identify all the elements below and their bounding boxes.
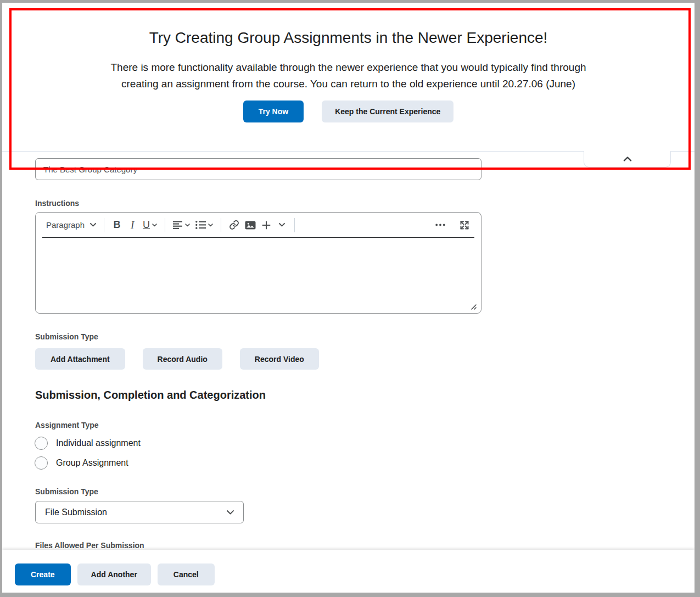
chevron-down-icon xyxy=(227,510,234,515)
underline-icon: U xyxy=(143,219,150,231)
ellipsis-icon xyxy=(435,224,445,226)
new-experience-banner: Try Creating Group Assignments in the Ne… xyxy=(2,3,695,152)
group-assignment-page: Try Creating Group Assignments in the Ne… xyxy=(2,3,695,593)
radio-label: Individual assignment xyxy=(56,438,141,448)
image-icon xyxy=(245,221,256,230)
toolbar-divider xyxy=(104,218,104,232)
chevron-down-icon xyxy=(90,223,96,227)
record-video-button[interactable]: Record Video xyxy=(240,348,319,370)
editor-toolbar: Paragraph B I U xyxy=(42,213,474,238)
try-now-button[interactable]: Try Now xyxy=(243,101,304,122)
fullscreen-icon xyxy=(460,220,469,230)
resize-handle-icon[interactable] xyxy=(469,303,477,310)
chevron-down-icon xyxy=(279,223,285,227)
bold-icon: B xyxy=(114,219,121,231)
assignment-type-label: Assignment Type xyxy=(35,421,99,429)
attachment-buttons-row: Add Attachment Record Audio Record Video xyxy=(35,348,319,370)
group-category-name-input[interactable] xyxy=(35,158,481,180)
italic-button[interactable]: I xyxy=(125,216,140,235)
files-allowed-label: Files Allowed Per Submission xyxy=(35,541,144,550)
select-value: File Submission xyxy=(45,507,107,517)
instructions-label: Instructions xyxy=(35,199,79,208)
footer-buttons: Create Add Another Cancel xyxy=(15,563,215,585)
form-footer: Create Add Another Cancel xyxy=(2,550,695,593)
submission-type-select[interactable]: File Submission xyxy=(35,501,244,523)
insert-image-button[interactable] xyxy=(242,216,259,235)
banner-body-text: There is more functionality available th… xyxy=(96,59,601,92)
add-attachment-button[interactable]: Add Attachment xyxy=(35,348,125,370)
instructions-editor: Paragraph B I U xyxy=(35,212,481,314)
plus-icon xyxy=(262,221,271,230)
keep-current-experience-button[interactable]: Keep the Current Experience xyxy=(322,101,453,122)
insert-plus-button[interactable] xyxy=(259,216,274,235)
banner-title: Try Creating Group Assignments in the Ne… xyxy=(2,29,695,47)
banner-actions: Try Now Keep the Current Experience xyxy=(2,101,695,122)
link-icon xyxy=(229,220,239,230)
toolbar-overflow-button[interactable] xyxy=(433,216,448,235)
record-audio-button[interactable]: Record Audio xyxy=(143,348,222,370)
add-another-button[interactable]: Add Another xyxy=(77,563,151,585)
banner-collapse-tab[interactable] xyxy=(584,151,671,168)
toolbar-divider xyxy=(294,218,295,232)
italic-icon: I xyxy=(131,219,134,231)
section-heading: Submission, Completion and Categorizatio… xyxy=(35,389,266,401)
chevron-down-icon xyxy=(152,224,157,227)
chevron-up-icon xyxy=(623,157,632,161)
chevron-down-icon xyxy=(208,224,213,227)
radio-button-icon[interactable] xyxy=(35,437,48,450)
paragraph-style-dropdown[interactable]: Paragraph xyxy=(43,216,99,235)
paragraph-style-label: Paragraph xyxy=(46,220,85,230)
bullet-list-icon xyxy=(195,221,206,229)
toolbar-divider xyxy=(165,218,165,232)
align-dropdown-button[interactable] xyxy=(170,216,193,235)
insert-more-dropdown-button[interactable] xyxy=(274,216,289,235)
radio-label: Group Assignment xyxy=(56,458,128,468)
list-dropdown-button[interactable] xyxy=(193,216,216,235)
cancel-button[interactable]: Cancel xyxy=(158,563,215,585)
create-button[interactable]: Create xyxy=(15,563,71,585)
editor-content-area[interactable] xyxy=(36,238,481,313)
radio-individual-assignment[interactable]: Individual assignment xyxy=(35,437,141,450)
fullscreen-button[interactable] xyxy=(457,216,472,235)
radio-group-assignment[interactable]: Group Assignment xyxy=(35,456,128,470)
radio-button-icon[interactable] xyxy=(35,456,48,470)
insert-link-button[interactable] xyxy=(226,216,242,235)
align-icon xyxy=(173,221,183,229)
toolbar-right-group xyxy=(433,216,473,235)
bold-button[interactable]: B xyxy=(109,216,125,235)
submission-type-select-label: Submission Type xyxy=(35,487,98,496)
toolbar-divider xyxy=(221,218,221,232)
chevron-down-icon xyxy=(185,224,190,227)
submission-type-label: Submission Type xyxy=(35,332,98,341)
underline-dropdown-button[interactable]: U xyxy=(140,216,160,235)
